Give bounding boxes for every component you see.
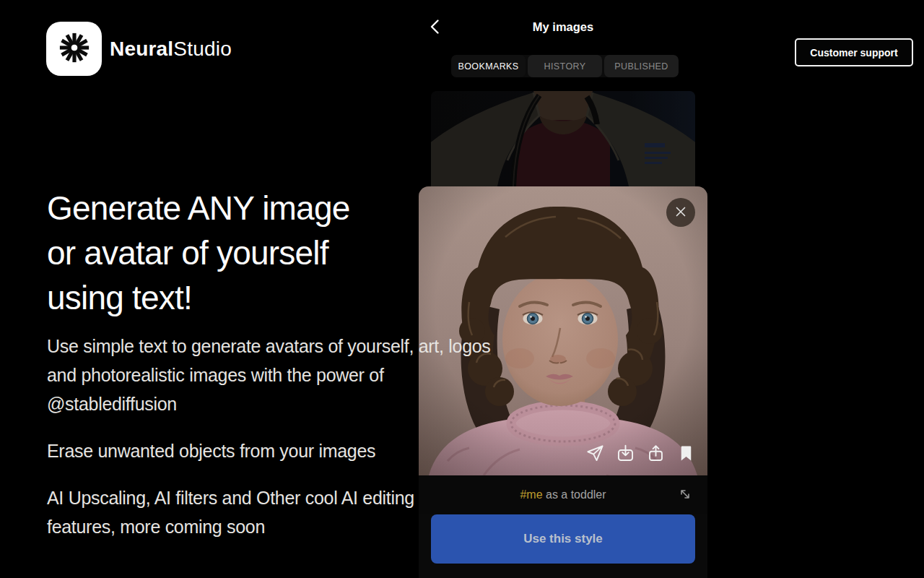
- send-icon: [585, 454, 605, 465]
- bookmark-button[interactable]: [676, 444, 696, 463]
- tab-history[interactable]: HISTORY: [528, 55, 602, 77]
- close-button[interactable]: [666, 198, 695, 227]
- caption-text: as a toddler: [543, 488, 606, 501]
- background-image-doctor[interactable]: [431, 91, 695, 186]
- brand-name-regular: Studio: [173, 38, 232, 61]
- page-title: My images: [419, 20, 707, 34]
- send-button[interactable]: [585, 444, 605, 463]
- image-action-bar: [585, 444, 696, 463]
- customer-support-button[interactable]: Customer support: [795, 38, 913, 66]
- brand-name: NeuralStudio: [110, 22, 232, 76]
- hero-paragraph-3: AI Upscaling, AI filters and Other cool …: [47, 483, 538, 541]
- tab-bookmarks[interactable]: BOOKMARKS: [451, 55, 526, 77]
- starburst-icon: [58, 31, 91, 67]
- close-icon: [673, 204, 689, 222]
- tab-bar: BOOKMARKS HISTORY PUBLISHED: [451, 55, 679, 77]
- expand-button[interactable]: [676, 486, 694, 504]
- hero-section: Generate ANY image or avatar of yourself…: [47, 186, 538, 541]
- download-icon: [616, 454, 635, 465]
- expand-icon: [676, 494, 694, 505]
- brand-name-bold: Neural: [110, 38, 173, 61]
- share-button[interactable]: [646, 444, 666, 463]
- hero-heading: Generate ANY image or avatar of yourself…: [47, 186, 538, 320]
- download-button[interactable]: [616, 444, 635, 463]
- hero-paragraph-1: Use simple text to generate avatars of y…: [47, 332, 538, 418]
- tab-published[interactable]: PUBLISHED: [604, 55, 679, 77]
- landing-page: { "header": { "brand": { "logo_icon": "s…: [0, 0, 924, 578]
- brand-logo[interactable]: [46, 22, 102, 76]
- hero-paragraph-2: Erase unwanted objects from your images: [47, 436, 538, 465]
- share-icon: [646, 454, 666, 465]
- bookmark-icon: [677, 454, 695, 465]
